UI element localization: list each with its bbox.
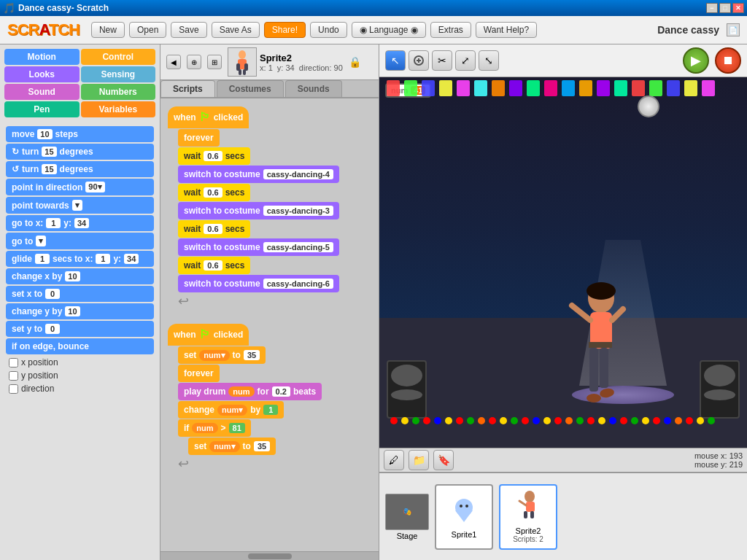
decoration-ball xyxy=(522,417,529,424)
minimize-button[interactable]: − xyxy=(706,3,718,13)
bottom-area: 🖊 📁 🔖 mouse x: 193 mouse y: 219 xyxy=(379,448,747,560)
switch-costume-4[interactable]: switch to costume cassy-dancing-6 xyxy=(178,275,339,292)
share-button[interactable]: Share! xyxy=(264,22,306,38)
stage-light xyxy=(474,80,487,96)
switch-2-val: cassy-dancing-3 xyxy=(263,206,333,216)
switch-costume-2[interactable]: switch to costume cassy-dancing-3 xyxy=(178,202,339,219)
saveas-button[interactable]: Save As xyxy=(212,22,260,38)
change-y-block[interactable]: change y by 10 xyxy=(6,303,154,319)
open-button[interactable]: Open xyxy=(129,22,166,38)
move-block[interactable]: move 10 steps xyxy=(6,126,154,142)
cat-numbers-button[interactable]: Numbers xyxy=(81,84,156,100)
switch-2-label: switch to costume xyxy=(184,206,260,216)
svg-rect-12 xyxy=(600,348,608,388)
sprite-tool-paint[interactable]: 🖊 xyxy=(384,450,404,470)
if-label: if xyxy=(184,423,189,433)
play-for-label: for xyxy=(258,386,269,397)
wait-1-val: 0.6 xyxy=(204,151,222,161)
turn-right-icon: ↻ xyxy=(12,147,19,157)
sprite1-icon xyxy=(449,494,479,529)
change-num-block[interactable]: change num▾ by 1 xyxy=(178,401,284,419)
play-drum-var: num xyxy=(228,386,254,397)
goto-block[interactable]: go to ▾ xyxy=(6,233,154,249)
script-group-1: when 🏳 clicked forever wa xyxy=(168,106,371,309)
stage-light xyxy=(404,80,417,96)
forever-block-1[interactable]: forever xyxy=(178,129,220,147)
set-num-block-2[interactable]: set num▾ to 35 xyxy=(188,438,276,455)
hscroll-thumb[interactable] xyxy=(248,553,292,559)
tab-costumes[interactable]: Costumes xyxy=(217,80,284,97)
cat-looks-button[interactable]: Looks xyxy=(4,66,80,82)
edge-bounce-block[interactable]: if on edge, bounce xyxy=(6,338,154,354)
set-x-block[interactable]: set x to 0 xyxy=(6,286,154,302)
wait-1-unit: secs xyxy=(225,151,245,161)
play-button[interactable]: ▶ xyxy=(683,47,709,74)
scripts-hscrollbar[interactable] xyxy=(160,551,379,560)
decoration-ball xyxy=(565,417,573,424)
expand-tool-button[interactable]: ⤢ xyxy=(455,50,476,71)
goto2-label: go to xyxy=(12,236,33,246)
when-clicked-hat-1[interactable]: when 🏳 clicked xyxy=(168,106,249,128)
point-direction-block[interactable]: point in direction 90▾ xyxy=(6,179,154,195)
cat-sensing-button[interactable]: Sensing xyxy=(81,66,156,82)
extras-button[interactable]: Extras xyxy=(430,22,471,38)
wait-block-3[interactable]: wait 0.6 secs xyxy=(178,220,250,238)
nav-expand-button[interactable]: ⊞ xyxy=(207,55,222,69)
decoration-ball xyxy=(511,417,518,424)
turn-left-block[interactable]: ↺ turn 15 degrees xyxy=(6,161,154,177)
forever-block-2[interactable]: forever xyxy=(178,365,220,382)
cut-tool-button[interactable]: ✂ xyxy=(432,50,452,71)
goto-xy-block[interactable]: go to x: 1 y: 34 xyxy=(6,215,154,231)
sprite2-panel[interactable]: Sprite2 Scripts: 2 xyxy=(499,484,557,550)
tab-sounds[interactable]: Sounds xyxy=(285,80,342,97)
sprite-tool-stamp[interactable]: 🔖 xyxy=(433,450,454,470)
if-block[interactable]: if num > 81 xyxy=(178,419,251,437)
when-label-1: when xyxy=(174,112,196,122)
nav-next-button[interactable]: ⊕ xyxy=(187,55,201,69)
tab-scripts[interactable]: Scripts xyxy=(160,80,215,97)
help-button[interactable]: Want Help? xyxy=(476,22,537,38)
cursor-tool-button[interactable]: ↖ xyxy=(385,50,406,71)
wait-block-4[interactable]: wait 0.6 secs xyxy=(178,257,250,274)
maximize-button[interactable]: □ xyxy=(719,3,731,13)
direction-checkbox[interactable] xyxy=(9,384,18,394)
switch-costume-1[interactable]: switch to costume cassy-dancing-4 xyxy=(178,166,339,183)
close-button[interactable]: ✕ xyxy=(732,3,744,13)
cat-sound-button[interactable]: Sound xyxy=(4,84,80,100)
play-drum-block[interactable]: play drum num for 0.2 beats xyxy=(178,383,322,400)
set-x-label: set x to xyxy=(12,289,42,299)
stop-button[interactable]: ⏹ xyxy=(715,47,741,74)
wait-2-label: wait xyxy=(184,187,201,198)
turn-right-block[interactable]: ↻ turn 15 degrees xyxy=(6,144,154,160)
language-button[interactable]: ◉ Language ◉ xyxy=(352,22,426,38)
change-x-block[interactable]: change x by 10 xyxy=(6,268,154,284)
x-position-checkbox[interactable] xyxy=(9,358,18,368)
cat-variables-button[interactable]: Variables xyxy=(81,101,156,117)
point-towards-block[interactable]: point towards ▾ xyxy=(6,197,154,214)
glide-y-val: 34 xyxy=(124,254,139,264)
nav-prev-button[interactable]: ◀ xyxy=(166,55,181,69)
stage-thumbnail[interactable]: 🎭 xyxy=(385,494,429,530)
set-num-block[interactable]: set num▾ to 35 xyxy=(178,346,266,364)
sprite-tool-folder[interactable]: 📁 xyxy=(409,450,429,470)
wait-block-1[interactable]: wait 0.6 secs xyxy=(178,147,250,165)
shrink-tool-button[interactable]: ⤡ xyxy=(479,50,499,71)
cat-pen-button[interactable]: Pen xyxy=(4,101,80,117)
cat-motion-button[interactable]: Motion xyxy=(4,49,80,65)
svg-point-20 xyxy=(465,505,468,508)
when-clicked-hat-2[interactable]: when 🏳 clicked xyxy=(168,324,249,346)
change-y-val: 10 xyxy=(65,306,80,316)
set-y-block[interactable]: set y to 0 xyxy=(6,321,154,337)
save-button[interactable]: Save xyxy=(171,22,206,38)
glide-block[interactable]: glide 1 secs to x: 1 y: 34 xyxy=(6,251,154,267)
duplicate-tool-button[interactable] xyxy=(409,50,429,71)
wait-block-2[interactable]: wait 0.6 secs xyxy=(178,184,250,201)
switch-costume-3[interactable]: switch to costume cassy-dancing-5 xyxy=(178,238,339,256)
y-position-checkbox[interactable] xyxy=(9,371,18,381)
sprites-panel: 🎭 Stage xyxy=(379,472,747,560)
sprite1-panel[interactable]: Sprite1 xyxy=(435,484,493,550)
cat-control-button[interactable]: Control xyxy=(81,49,156,65)
decoration-ball xyxy=(554,417,562,424)
undo-button[interactable]: Undo xyxy=(310,22,347,38)
new-button[interactable]: New xyxy=(91,22,125,38)
